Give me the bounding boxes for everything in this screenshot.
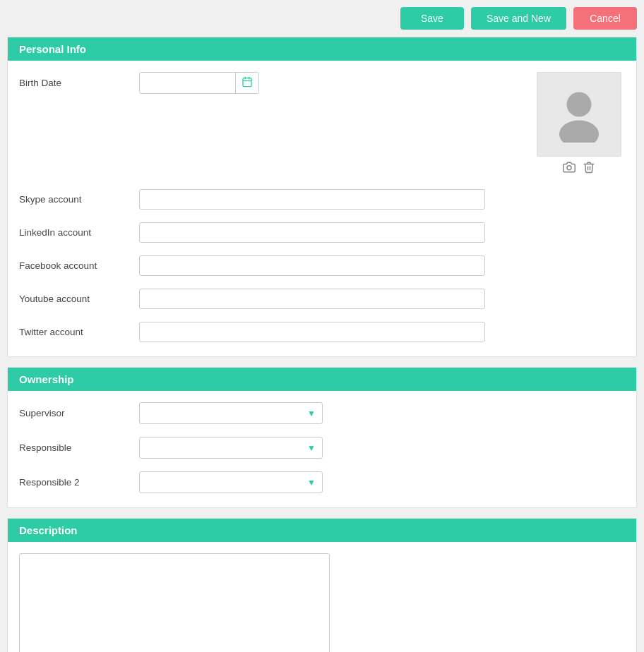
calendar-icon — [242, 76, 253, 90]
cancel-button[interactable]: Cancel — [573, 7, 637, 30]
facebook-input-wrapper — [139, 255, 485, 276]
responsible2-select-wrapper: ▼ — [139, 471, 323, 493]
camera-icon — [563, 164, 576, 176]
ownership-body: Supervisor ▼ Responsible — [8, 391, 636, 507]
responsible2-label: Responsible 2 — [19, 477, 139, 488]
twitter-row: Twitter account — [19, 322, 625, 342]
save-and-new-button[interactable]: Save and New — [471, 7, 566, 30]
supervisor-select-wrapper: ▼ — [139, 402, 323, 424]
responsible-input-wrapper: ▼ — [139, 437, 485, 459]
personal-info-header: Personal Info — [8, 37, 636, 61]
skype-label: Skype account — [19, 194, 139, 205]
action-bar: Save Save and New Cancel — [7, 7, 637, 30]
youtube-input-wrapper — [139, 289, 485, 309]
birth-date-input[interactable] — [140, 73, 235, 92]
save-button[interactable]: Save — [400, 7, 464, 30]
youtube-row: Youtube account — [19, 289, 625, 309]
linkedin-row: LinkedIn account — [19, 222, 625, 243]
twitter-label: Twitter account — [19, 327, 139, 337]
responsible-select-wrapper: ▼ — [139, 437, 323, 459]
facebook-row: Facebook account — [19, 255, 625, 276]
description-header: Description — [8, 519, 636, 542]
birth-date-row: Birth Date — [19, 72, 533, 94]
supervisor-row: Supervisor ▼ — [19, 402, 625, 424]
responsible2-row: Responsible 2 ▼ — [19, 471, 625, 493]
ownership-title: Ownership — [19, 373, 74, 385]
date-wrapper — [139, 72, 259, 94]
personal-info-title: Personal Info — [19, 43, 86, 55]
responsible2-select[interactable] — [139, 471, 323, 493]
personal-info-body: Birth Date — [8, 61, 636, 356]
delete-photo-button[interactable] — [583, 161, 595, 176]
supervisor-select[interactable] — [139, 402, 323, 424]
description-title: Description — [19, 524, 78, 536]
youtube-label: Youtube account — [19, 294, 139, 304]
description-body — [8, 542, 636, 652]
responsible-label: Responsible — [19, 442, 139, 453]
skype-row: Skype account — [19, 189, 625, 210]
svg-point-5 — [559, 120, 599, 143]
supervisor-input-wrapper: ▼ — [139, 402, 485, 424]
birth-date-label: Birth Date — [19, 78, 139, 88]
description-textarea[interactable] — [19, 553, 330, 652]
responsible2-input-wrapper: ▼ — [139, 471, 485, 493]
calendar-button[interactable] — [235, 73, 258, 93]
linkedin-label: LinkedIn account — [19, 227, 139, 238]
svg-point-4 — [567, 92, 592, 117]
linkedin-input[interactable] — [139, 222, 485, 243]
ownership-section: Ownership Supervisor ▼ Responsible — [7, 367, 637, 508]
avatar-actions — [563, 161, 595, 176]
personal-info-section: Personal Info Birth Date — [7, 37, 637, 357]
responsible-select[interactable] — [139, 437, 323, 459]
trash-icon — [583, 164, 595, 176]
skype-input-wrapper — [139, 189, 485, 210]
ownership-header: Ownership — [8, 368, 636, 391]
twitter-input-wrapper — [139, 322, 485, 342]
avatar-image — [537, 72, 621, 157]
svg-rect-0 — [243, 78, 251, 87]
birth-date-col: Birth Date — [19, 72, 533, 94]
birth-date-input-wrapper — [139, 72, 485, 94]
page-wrapper: Save Save and New Cancel Personal Info B… — [0, 0, 644, 652]
linkedin-input-wrapper — [139, 222, 485, 243]
facebook-label: Facebook account — [19, 260, 139, 271]
birth-date-avatar-row: Birth Date — [19, 72, 625, 176]
responsible-row: Responsible ▼ — [19, 437, 625, 459]
skype-input[interactable] — [139, 189, 485, 210]
upload-photo-button[interactable] — [563, 161, 576, 176]
twitter-input[interactable] — [139, 322, 485, 342]
facebook-input[interactable] — [139, 255, 485, 276]
avatar-placeholder-icon — [554, 86, 604, 143]
avatar-area — [533, 72, 625, 176]
youtube-input[interactable] — [139, 289, 485, 309]
supervisor-label: Supervisor — [19, 408, 139, 418]
svg-point-6 — [567, 166, 571, 170]
description-section: Description — [7, 518, 637, 652]
